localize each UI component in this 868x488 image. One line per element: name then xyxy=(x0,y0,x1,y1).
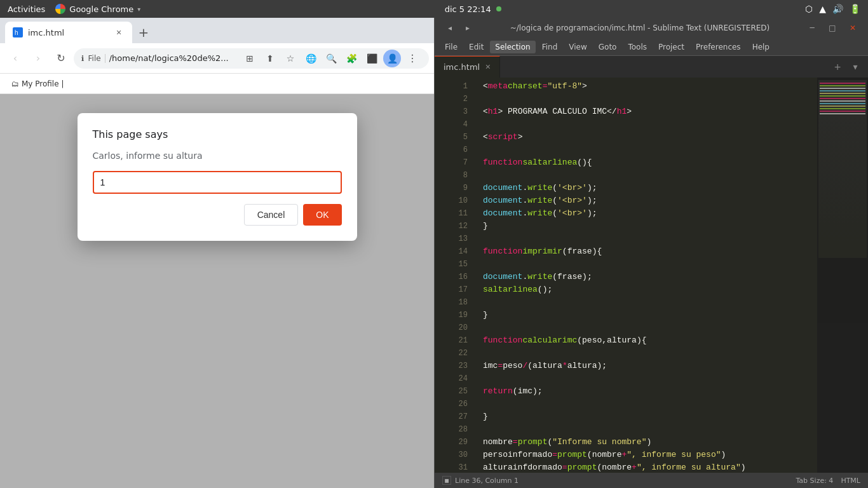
line-number: 16 xyxy=(445,271,475,283)
code-line xyxy=(483,233,817,245)
sublime-minimize-button[interactable]: ─ xyxy=(804,20,820,36)
translate-button[interactable]: 🌐 xyxy=(302,50,320,67)
tab-favicon: h xyxy=(13,27,23,37)
menu-edit[interactable]: Edit xyxy=(464,41,489,53)
chrome-taskbar-item[interactable]: Google Chrome ▾ xyxy=(55,4,140,14)
line-number: 5 xyxy=(445,131,475,144)
back-button[interactable]: ‹ xyxy=(5,48,25,69)
activities-button[interactable]: Activities xyxy=(8,4,45,14)
battery-icon: 🔋 xyxy=(850,4,860,14)
line-number: 13 xyxy=(445,233,475,245)
code-editor[interactable]: <meta charset="utf-8"><h1> PROGRAMA CALC… xyxy=(475,78,817,473)
menu-goto[interactable]: Goto xyxy=(593,41,622,53)
code-line: document.write('<br>'); xyxy=(483,182,817,194)
line-number: 27 xyxy=(445,410,475,423)
tab-close-button[interactable]: ✕ xyxy=(113,27,125,38)
dialog-buttons: Cancel OK xyxy=(93,204,342,226)
menu-project[interactable]: Project xyxy=(653,41,689,53)
profile-avatar[interactable]: 👤 xyxy=(383,50,401,67)
code-line: <script> xyxy=(483,131,817,144)
dialog-overlay: This page says Carlos, informe su altura… xyxy=(0,94,434,488)
sublime-close-button[interactable]: ✕ xyxy=(845,20,860,36)
chrome-menu-button[interactable]: ⋮ xyxy=(403,50,421,67)
bookmark-item-profile[interactable]: 🗂 My Profile | xyxy=(8,78,67,90)
sidebar-button[interactable]: ⬛ xyxy=(363,50,381,67)
sublime-tab-close-button[interactable]: ✕ xyxy=(485,63,491,71)
reload-button[interactable]: ↻ xyxy=(51,48,71,69)
statusbar-right: Tab Size: 4 HTML xyxy=(796,477,860,485)
protocol-label: File xyxy=(88,54,105,63)
dialog-cancel-button[interactable]: Cancel xyxy=(244,204,299,226)
dialog-title: This page says xyxy=(93,128,342,140)
chrome-app-label: Google Chrome xyxy=(69,4,133,14)
code-line: function saltarlinea() { xyxy=(483,156,817,169)
code-line xyxy=(483,93,817,105)
code-line: <h1> PROGRAMA CALCULO IMC</h1> xyxy=(483,105,817,118)
line-number: 7 xyxy=(445,156,475,169)
code-fold-gutter xyxy=(435,78,445,473)
share-button[interactable]: ⬆ xyxy=(261,50,279,67)
sublime-new-tab-button[interactable]: + xyxy=(830,59,845,74)
datetime-label: dic 5 22:14 xyxy=(445,4,491,14)
menu-selection[interactable]: Selection xyxy=(490,41,535,53)
sublime-statusbar: ◼ Line 36, Column 1 Tab Size: 4 HTML xyxy=(435,473,868,488)
address-actions: ⊞ ⬆ ☆ 🌐 🔍 🧩 ⬛ 👤 ⋮ xyxy=(241,50,421,67)
code-line: saltarlinea(); xyxy=(483,283,817,296)
bookmark-icon: 🗂 xyxy=(11,79,19,88)
line-number: 6 xyxy=(445,144,475,156)
sublime-minimap-toggle[interactable]: ◼ xyxy=(442,476,451,485)
system-bar: Activities Google Chrome ▾ dic 5 22:14 ⬡… xyxy=(0,0,868,18)
statusbar-tab-size[interactable]: Tab Size: 4 xyxy=(796,477,833,485)
forward-button[interactable]: › xyxy=(28,48,48,69)
sublime-panel-right-button[interactable]: ▸ xyxy=(460,20,475,36)
line-number: 29 xyxy=(445,436,475,449)
line-number: 12 xyxy=(445,220,475,233)
line-number: 21 xyxy=(445,334,475,347)
address-input[interactable]: ℹ File /home/nat/logica%20de%2... ⊞ ⬆ ☆ … xyxy=(74,48,429,69)
line-number: 19 xyxy=(445,309,475,322)
line-number: 14 xyxy=(445,245,475,258)
line-number: 3 xyxy=(445,105,475,118)
search-button[interactable]: 🔍 xyxy=(322,50,340,67)
menu-tools[interactable]: Tools xyxy=(623,41,652,53)
line-number: 4 xyxy=(445,118,475,131)
line-number: 9 xyxy=(445,182,475,194)
code-line: nombre = prompt("Informe su nombre") xyxy=(483,436,817,449)
code-line: } xyxy=(483,220,817,233)
sublime-panel-left-button[interactable]: ◂ xyxy=(442,20,458,36)
menu-file[interactable]: File xyxy=(440,41,463,53)
statusbar-syntax[interactable]: HTML xyxy=(841,477,860,485)
sublime-tab-list-button[interactable]: ▾ xyxy=(848,59,863,74)
line-numbers: 1234567891011121314151617181920212223242… xyxy=(445,78,475,473)
dialog-ok-button[interactable]: OK xyxy=(303,204,341,226)
code-line: document.write('<br>'); xyxy=(483,194,817,207)
code-line xyxy=(483,372,817,385)
bookmarks-bar: 🗂 My Profile | xyxy=(0,74,434,94)
menu-view[interactable]: View xyxy=(564,41,592,53)
extensions-button[interactable]: 🧩 xyxy=(342,50,360,67)
browser-window: h imc.html ✕ + ‹ › ↻ ℹ File /home/nat/lo… xyxy=(0,18,435,488)
sublime-text-window: ◂ ▸ ~/logica de programacion/imc.html - … xyxy=(435,18,868,488)
page-content: This page says Carlos, informe su altura… xyxy=(0,94,434,488)
menu-preferences[interactable]: Preferences xyxy=(691,41,746,53)
statusbar-position: Line 36, Column 1 xyxy=(455,477,519,485)
active-tab[interactable]: h imc.html ✕ xyxy=(5,22,132,43)
dialog-input[interactable] xyxy=(93,171,342,194)
sublime-tab-imc[interactable]: imc.html ✕ xyxy=(435,56,500,78)
code-line: document.write('<br>'); xyxy=(483,207,817,220)
volume-icon: 🔊 xyxy=(832,4,843,14)
minimap xyxy=(817,78,868,473)
line-number: 1 xyxy=(445,80,475,93)
menu-help[interactable]: Help xyxy=(747,41,775,53)
new-tab-button[interactable]: + xyxy=(135,24,153,41)
view-site-info-button[interactable]: ⊞ xyxy=(241,50,259,67)
line-number: 11 xyxy=(445,207,475,220)
menu-find[interactable]: Find xyxy=(537,41,563,53)
sublime-tabbar: imc.html ✕ + ▾ xyxy=(435,56,868,78)
line-number: 26 xyxy=(445,398,475,410)
line-number: 23 xyxy=(445,360,475,372)
line-number: 17 xyxy=(445,283,475,296)
bookmark-button[interactable]: ☆ xyxy=(281,50,299,67)
sublime-maximize-button[interactable]: □ xyxy=(825,20,840,36)
line-number: 2 xyxy=(445,93,475,105)
